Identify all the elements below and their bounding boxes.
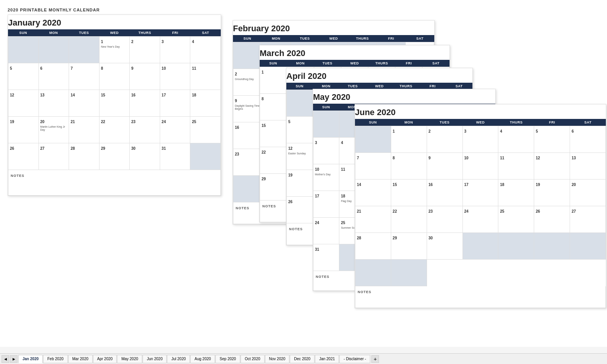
calendar-june: June 2020 SUN MON TUES WED THURS FRI SAT… bbox=[355, 104, 606, 308]
may-title: May 2020 bbox=[313, 89, 495, 104]
april-title: April 2020 bbox=[286, 68, 472, 83]
jan-cell-17: 17 bbox=[160, 90, 191, 117]
tab-mar2020[interactable]: Mar 2020 bbox=[68, 355, 93, 363]
jan-cell-16: 16 bbox=[130, 90, 160, 117]
jan-cell-5: 5 bbox=[8, 63, 39, 90]
jan-cell-30: 30 bbox=[130, 143, 160, 170]
jan-cell-29: 29 bbox=[100, 143, 130, 170]
february-title: February 2020 bbox=[233, 21, 434, 35]
jan-cell-empty2 bbox=[39, 37, 69, 63]
calendar-january: January 2020 SUN MON TUES WED THURS FRI … bbox=[8, 14, 221, 196]
jan-cell-11: 11 bbox=[190, 63, 221, 90]
june-header: SUN MON TUES WED THURS FRI SAT bbox=[355, 119, 606, 126]
tab-add-button[interactable]: + bbox=[371, 355, 379, 363]
jan-hdr-mon: MON bbox=[39, 29, 69, 36]
calendars-wrapper: January 2020 SUN MON TUES WED THURS FRI … bbox=[8, 14, 599, 338]
tab-sep2020[interactable]: Sep 2020 bbox=[215, 355, 240, 363]
jan-cell-7: 7 bbox=[69, 63, 100, 90]
tab-jul2020[interactable]: Jul 2020 bbox=[167, 355, 190, 363]
jan-cell-31: 31 bbox=[160, 143, 191, 170]
tab-nav-left[interactable]: ◀ bbox=[2, 355, 9, 363]
tab-nav-right[interactable]: ▶ bbox=[10, 355, 18, 363]
page-title: 2020 PRINTABLE MONTHLY CALENDAR bbox=[8, 8, 599, 12]
march-header: SUN MON TUES WED THURS FRI SAT bbox=[260, 60, 450, 67]
jan-cell-23: 23 bbox=[130, 117, 160, 143]
jan-hdr-wed: WED bbox=[99, 29, 130, 36]
tab-jun2020[interactable]: Jun 2020 bbox=[143, 355, 167, 363]
jan-cell-15: 15 bbox=[100, 90, 130, 117]
tab-jan2020[interactable]: Jan 2020 bbox=[18, 355, 43, 363]
jan-cell-12: 12 bbox=[8, 90, 39, 117]
tab-oct2020[interactable]: Oct 2020 bbox=[241, 355, 265, 363]
january-title: January 2020 bbox=[8, 15, 221, 29]
june-notes: NOTES bbox=[355, 286, 606, 308]
tab-feb2020[interactable]: Feb 2020 bbox=[43, 355, 67, 363]
tab-may2020[interactable]: May 2020 bbox=[117, 355, 142, 363]
january-body: 1New Year's Day 2 3 4 5 6 7 8 9 10 11 12… bbox=[8, 36, 221, 170]
jan-cell-24: 24 bbox=[160, 117, 191, 143]
february-header: SUN MON TUES WED THURS FRI SAT bbox=[233, 35, 434, 42]
jan-cell-21: 21 bbox=[69, 117, 100, 143]
jan-cell-18: 18 bbox=[190, 90, 221, 117]
january-notes: NOTES bbox=[8, 170, 221, 196]
jan-cell-13: 13 bbox=[39, 90, 69, 117]
tab-disclaimer[interactable]: - Disclaimer - bbox=[339, 355, 370, 363]
jan-cell-20: 20Martin Luther King Jr Day bbox=[39, 117, 69, 143]
jan-cell-10: 10 bbox=[160, 63, 191, 90]
tab-nov2020[interactable]: Nov 2020 bbox=[265, 355, 290, 363]
jan-cell-27: 27 bbox=[39, 143, 69, 170]
jan-cell-3: 3 bbox=[160, 37, 191, 63]
jan-hdr-fri: FRI bbox=[160, 29, 191, 36]
january-header: SUN MON TUES WED THURS FRI SAT bbox=[8, 29, 221, 36]
jan-cell-25: 25 bbox=[190, 117, 221, 143]
jan-cell-empty3 bbox=[69, 37, 100, 63]
jan-cell-2: 2 bbox=[130, 37, 160, 63]
jan-cell-14: 14 bbox=[69, 90, 100, 117]
jan-hdr-sat: SAT bbox=[190, 29, 221, 36]
jan-cell-22: 22 bbox=[100, 117, 130, 143]
june-title: June 2020 bbox=[355, 104, 606, 119]
march-title: March 2020 bbox=[260, 45, 450, 60]
tab-aug2020[interactable]: Aug 2020 bbox=[190, 355, 215, 363]
jan-cell-19: 19 bbox=[8, 117, 39, 143]
jan-cell-9: 9 bbox=[130, 63, 160, 90]
jan-cell-4: 4 bbox=[190, 37, 221, 63]
tab-bar: ◀ ▶ Jan 2020 Feb 2020 Mar 2020 Apr 2020 … bbox=[0, 353, 607, 364]
june-body: 1 2 3 4 5 6 7 8 9 10 11 12 13 14 15 16 1… bbox=[355, 126, 606, 286]
jan-cell-shaded bbox=[190, 143, 221, 170]
jan-cell-1: 1New Year's Day bbox=[100, 37, 130, 63]
jan-cell-28: 28 bbox=[69, 143, 100, 170]
main-area: 2020 PRINTABLE MONTHLY CALENDAR January … bbox=[0, 0, 607, 347]
jan-cell-8: 8 bbox=[100, 63, 130, 90]
tab-dec2020[interactable]: Dec 2020 bbox=[290, 355, 315, 363]
jan-cell-empty1 bbox=[8, 37, 39, 63]
jan-hdr-thu: THURS bbox=[130, 29, 160, 36]
jan-cell-26: 26 bbox=[8, 143, 39, 170]
jan-cell-6: 6 bbox=[39, 63, 69, 90]
jan-hdr-sun: SUN bbox=[8, 29, 39, 36]
tab-jan2021[interactable]: Jan 2021 bbox=[315, 355, 339, 363]
tab-apr2020[interactable]: Apr 2020 bbox=[93, 355, 117, 363]
jan-hdr-tue: TUES bbox=[69, 29, 99, 36]
